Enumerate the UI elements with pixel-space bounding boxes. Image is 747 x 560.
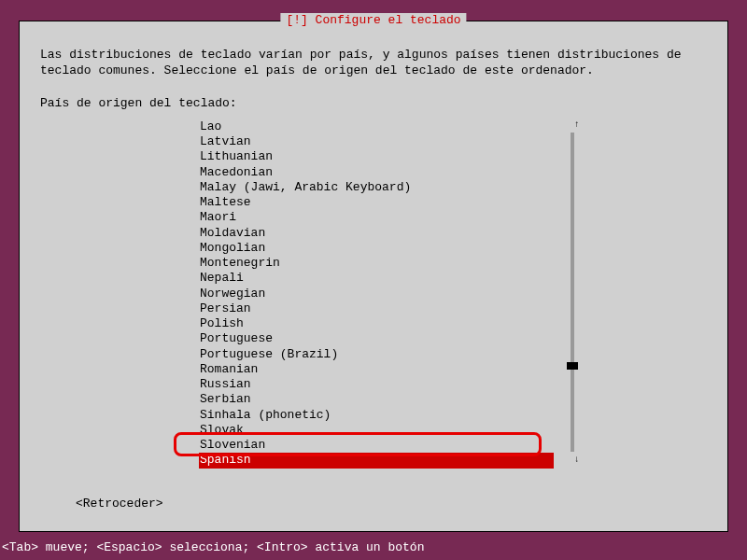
scroll-up-icon[interactable]: ↑ xyxy=(574,119,580,130)
list-item[interactable]: Lao xyxy=(199,119,554,134)
keyboard-config-dialog: [!] Configure el teclado Las distribucio… xyxy=(19,21,728,532)
list-item[interactable]: Malay (Jawi, Arabic Keyboard) xyxy=(199,180,554,195)
dialog-title: [!] Configure el teclado xyxy=(280,13,466,27)
list-item[interactable]: Norwegian xyxy=(199,287,554,301)
list-item[interactable]: Slovenian xyxy=(199,438,554,453)
list-item[interactable]: Nepali xyxy=(199,271,554,286)
list-item[interactable]: Maltese xyxy=(199,195,554,210)
intro-text: Las distribuciones de teclado varían por… xyxy=(40,48,707,79)
list-item[interactable]: Moldavian xyxy=(199,226,554,241)
list-item[interactable]: Portuguese (Brazil) xyxy=(199,347,554,362)
list-label: País de origen del teclado: xyxy=(40,96,707,110)
list-item[interactable]: Latvian xyxy=(199,134,554,149)
list-item[interactable]: Romanian xyxy=(199,362,554,377)
list-item[interactable]: Serbian xyxy=(199,392,554,407)
status-bar: <Tab> mueve; <Espacio> selecciona; <Intr… xyxy=(0,540,424,554)
scroll-down-icon[interactable]: ↓ xyxy=(574,455,580,465)
scrollbar-thumb[interactable] xyxy=(567,362,578,370)
list-item[interactable]: Maori xyxy=(199,210,554,225)
list-item[interactable]: Lithuanian xyxy=(199,149,554,164)
keyboard-origin-list[interactable]: ↑ LaoLatvianLithuanianMacedonianMalay (J… xyxy=(199,119,554,469)
list-item[interactable]: Russian xyxy=(199,377,554,392)
list-item[interactable]: Slovak xyxy=(199,423,554,438)
list-item[interactable]: Mongolian xyxy=(199,241,554,256)
list-item[interactable]: Sinhala (phonetic) xyxy=(199,408,554,423)
back-button[interactable]: <Retroceder> xyxy=(76,497,163,511)
list-item[interactable]: Spanish xyxy=(199,453,554,468)
dialog-body: Las distribuciones de teclado varían por… xyxy=(20,21,727,478)
list-item[interactable]: Montenegrin xyxy=(199,256,554,271)
list-item[interactable]: Persian xyxy=(199,301,554,316)
scrollbar-track[interactable] xyxy=(571,133,574,452)
list-item[interactable]: Polish xyxy=(199,316,554,331)
list-item[interactable]: Macedonian xyxy=(199,165,554,180)
list-item[interactable]: Portuguese xyxy=(199,331,554,346)
